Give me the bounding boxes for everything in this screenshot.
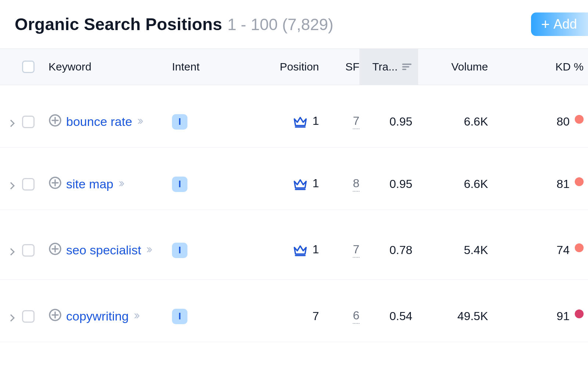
row-checkbox[interactable] bbox=[22, 116, 35, 128]
add-keyword-icon[interactable] bbox=[49, 176, 62, 189]
expand-icon[interactable] bbox=[7, 248, 15, 256]
open-icon[interactable]: ›› bbox=[134, 308, 138, 322]
row-checkbox[interactable] bbox=[22, 310, 35, 323]
traffic-value: 0.95 bbox=[390, 177, 412, 191]
open-icon[interactable]: ›› bbox=[137, 113, 141, 127]
kd-value: 74 bbox=[556, 243, 570, 257]
serp-features-count[interactable]: 6 bbox=[353, 309, 359, 324]
traffic-value: 0.78 bbox=[390, 243, 412, 257]
column-header-kd[interactable]: KD % bbox=[495, 61, 588, 73]
expand-icon[interactable] bbox=[7, 182, 15, 189]
volume-value: 5.4K bbox=[464, 243, 488, 257]
expand-icon[interactable] bbox=[7, 314, 15, 322]
position-value: 1 bbox=[312, 114, 319, 128]
column-header-volume[interactable]: Volume bbox=[418, 61, 495, 73]
add-button[interactable]: + Add bbox=[531, 12, 588, 36]
volume-value: 6.6K bbox=[464, 177, 488, 191]
keyword-link[interactable]: site map bbox=[66, 175, 114, 193]
kd-value: 81 bbox=[556, 177, 570, 191]
kd-difficulty-dot bbox=[575, 115, 584, 124]
kd-difficulty-dot bbox=[575, 309, 584, 318]
add-keyword-icon[interactable] bbox=[49, 114, 62, 127]
column-header-intent[interactable]: Intent bbox=[172, 61, 231, 73]
kd-difficulty-dot bbox=[575, 243, 584, 252]
serp-features-count[interactable]: 7 bbox=[353, 243, 359, 258]
open-icon[interactable]: ›› bbox=[146, 242, 150, 256]
table-header-row: Keyword Intent Position SF Tra... Volume… bbox=[0, 48, 588, 85]
table-row: site map ›› I 1 8 0.95 6.6K 81 bbox=[0, 148, 588, 210]
result-range: 1 - 100 (7,829) bbox=[227, 15, 334, 34]
kd-difficulty-dot bbox=[575, 177, 584, 186]
expand-icon[interactable] bbox=[7, 120, 15, 127]
add-keyword-icon[interactable] bbox=[49, 308, 62, 322]
serp-features-count[interactable]: 8 bbox=[353, 177, 359, 192]
column-header-keyword[interactable]: Keyword bbox=[49, 61, 172, 73]
row-checkbox[interactable] bbox=[22, 244, 35, 257]
add-keyword-icon[interactable] bbox=[49, 242, 62, 256]
keyword-link[interactable]: copywriting bbox=[66, 308, 129, 325]
column-header-sf[interactable]: SF bbox=[319, 61, 359, 73]
table-row: bounce rate ›› I 1 7 0.95 6.6K 80 bbox=[0, 85, 588, 148]
traffic-value: 0.54 bbox=[390, 309, 412, 323]
position-value: 1 bbox=[312, 243, 319, 256]
table-row: copywriting ›› I 7 6 0.54 49.5K 91 bbox=[0, 280, 588, 342]
add-button-label: Add bbox=[553, 17, 577, 32]
intent-badge: I bbox=[172, 177, 187, 192]
column-header-traffic[interactable]: Tra... bbox=[359, 49, 418, 85]
page-title: Organic Search Positions bbox=[15, 14, 222, 34]
intent-badge: I bbox=[172, 114, 187, 130]
intent-badge: I bbox=[172, 309, 187, 324]
volume-value: 6.6K bbox=[464, 115, 488, 128]
volume-value: 49.5K bbox=[457, 309, 488, 323]
kd-value: 80 bbox=[556, 115, 570, 128]
traffic-value: 0.95 bbox=[390, 115, 412, 128]
row-checkbox[interactable] bbox=[22, 178, 35, 191]
crown-icon bbox=[293, 114, 308, 130]
position-value: 7 bbox=[312, 309, 319, 323]
keyword-link[interactable]: seo specialist bbox=[66, 242, 141, 259]
open-icon[interactable]: ›› bbox=[119, 175, 123, 190]
position-value: 1 bbox=[312, 177, 319, 190]
crown-icon bbox=[293, 243, 308, 258]
intent-badge: I bbox=[172, 243, 187, 258]
column-header-position[interactable]: Position bbox=[231, 61, 319, 73]
serp-features-count[interactable]: 7 bbox=[353, 114, 359, 129]
table-row: seo tips ›› I 1 5 0.52 3.6K 88 bbox=[0, 342, 588, 366]
crown-icon bbox=[293, 177, 308, 192]
kd-value: 91 bbox=[556, 309, 570, 323]
table-row: seo specialist ›› I 1 7 0.78 5.4K 74 bbox=[0, 210, 588, 280]
select-all-checkbox[interactable] bbox=[22, 61, 35, 73]
sort-descending-icon bbox=[401, 61, 412, 72]
keyword-link[interactable]: bounce rate bbox=[66, 113, 132, 131]
